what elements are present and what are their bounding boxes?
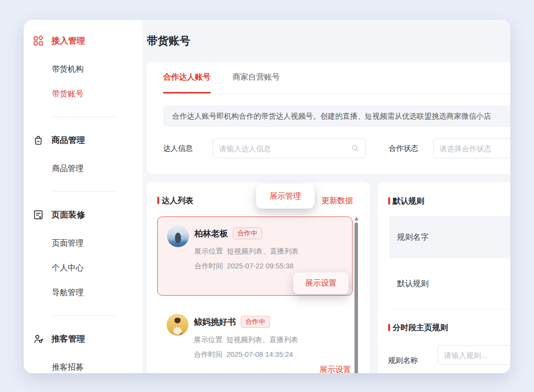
tab-商家自营账号[interactable]: 商家自营账号 [232,62,280,93]
main-content: 带货账号 合作达人账号商家自营账号 合作达人账号即机构合作的带货达人视频号。创建… [142,20,510,373]
cooperation-status-select-field[interactable] [440,144,510,153]
status-badge: 合作中 [241,316,270,328]
tab-合作达人账号[interactable]: 合作达人账号 [163,62,211,93]
talent-info-input-field[interactable] [219,144,351,153]
rule-name-input-field[interactable] [444,351,510,359]
cooperation-time: 合作时间2025-07-08 14:35:24 [194,350,293,359]
sidebar: 接入管理带货机构带货账号商品管理商品管理页面装修页面管理个人中心导航管理推客管理… [24,20,142,373]
sidebar-divider [52,315,116,316]
display-position-value: 短视频列表、直播列表 [226,336,298,344]
sidebar-item-页面管理[interactable]: 页面管理 [24,235,142,251]
table-divider [389,309,510,309]
cooperation-time: 合作时间2025-07-22 09:55:38 [194,261,294,271]
sidebar-section-推客管理[interactable]: 推客管理 [24,329,142,348]
sidebar-item-个人中心[interactable]: 个人中心 [24,260,142,276]
timed-rules-title: 分时段主页规则 [393,323,448,333]
scrollbar-up-arrow[interactable] [355,217,358,220]
display-settings-button[interactable]: 展示设置 [293,272,349,294]
sidebar-section-接入管理[interactable]: 接入管理 [24,31,142,50]
cooperation-time-label: 合作时间 [194,350,222,358]
cooperation-time-value: 2025-07-22 09:55:38 [227,262,294,270]
rules-table-row[interactable]: 默认规则 [389,259,510,309]
sidebar-item-导航管理[interactable]: 导航管理 [24,285,142,301]
sidebar-section-label: 商品管理 [51,134,85,146]
sidebar-section-label: 页面装修 [51,209,85,220]
talent-avatar [167,225,189,247]
cooperation-status-select[interactable] [433,138,510,158]
talent-info-label: 达人信息 [163,138,193,158]
display-manage-button[interactable]: 展示管理 [256,184,314,209]
display-position-value: 短视频列表、直播列表 [227,247,299,255]
rule-name-label: 规则名称 [388,350,418,370]
display-position-label: 展示位置 [194,336,222,344]
display-position: 展示位置短视频列表、直播列表 [194,247,299,256]
talent-list-panel: 达人列表 展示管理 更新数据 柏林老板合作中展示位置短视频列表、直播列表合作时间… [147,182,370,373]
filter-row: 达人信息 合作状态 [163,138,510,158]
talent-name-row: 鲸妈挑好书合作中 [194,315,270,329]
grid-icon [33,35,44,46]
header-divider [316,195,317,205]
cooperation-status-label: 合作状态 [389,138,418,158]
rule-name-input[interactable] [438,345,510,365]
rules-table-header: 规则名字 [389,216,510,259]
cooperation-time-label: 合作时间 [194,262,223,270]
talent-card[interactable]: 鲸妈挑好书合作中展示位置短视频列表、直播列表合作时间2025-07-08 14:… [157,305,353,373]
sidebar-item-带货账号[interactable]: 带货账号 [24,86,142,102]
panel-title-marker [388,324,390,331]
talent-card[interactable]: 柏林老板合作中展示位置短视频列表、直播列表合作时间2025-07-22 09:5… [157,217,353,296]
sidebar-section-页面装修[interactable]: 页面装修 [24,205,142,224]
screen: { "header": { "title": "带货账号" }, "sideba… [0,0,534,392]
search-icon [351,144,359,153]
page-icon [33,209,44,220]
sidebar-item-推客招募[interactable]: 推客招募 [24,359,142,373]
sidebar-divider [52,117,116,117]
sidebar-section-商品管理[interactable]: 商品管理 [24,130,142,150]
sidebar-section-label: 接入管理 [51,35,85,46]
sidebar-divider [52,191,116,192]
talent-name: 柏林老板 [194,228,228,239]
tab-bar: 合作达人账号商家自营账号 [163,62,510,94]
app-window: 接入管理带货机构带货账号商品管理商品管理页面装修页面管理个人中心导航管理推客管理… [24,20,510,373]
display-position: 展示位置短视频列表、直播列表 [194,335,298,345]
bag-icon [33,134,44,146]
list-scrollbar[interactable] [355,222,358,373]
panel-title-marker [157,197,159,204]
status-badge: 合作中 [233,227,262,239]
cooperation-time-value: 2025-07-08 14:35:24 [226,350,293,358]
refresh-data-link[interactable]: 更新数据 [321,196,353,206]
talent-name-row: 柏林老板合作中 [194,226,262,240]
notice-banner: 合作达人账号即机构合作的带货达人视频号。创建的直播、短视频需从优选联盟挑选商家微… [163,105,510,127]
account-tabs-panel: 合作达人账号商家自营账号 合作达人账号即机构合作的带货达人视频号。创建的直播、短… [147,62,510,174]
talent-name: 鲸妈挑好书 [194,316,236,328]
talent-info-input[interactable] [213,138,366,158]
panel-title-marker [388,197,390,205]
sidebar-item-带货机构[interactable]: 带货机构 [24,61,142,77]
talent-avatar [167,314,188,336]
display-position-label: 展示位置 [194,247,223,255]
display-settings-link[interactable]: 展示设置 [319,365,351,373]
rules-panel: 默认规则 规则名字 默认规则 分时段主页规则 规则名称 [378,182,510,373]
sidebar-item-商品管理[interactable]: 商品管理 [24,161,142,176]
talent-list-title: 达人列表 [162,196,193,206]
promoter-icon [33,333,44,345]
default-rules-title: 默认规则 [393,196,424,207]
sidebar-section-label: 推客管理 [51,333,85,345]
page-title: 带货账号 [147,34,190,48]
